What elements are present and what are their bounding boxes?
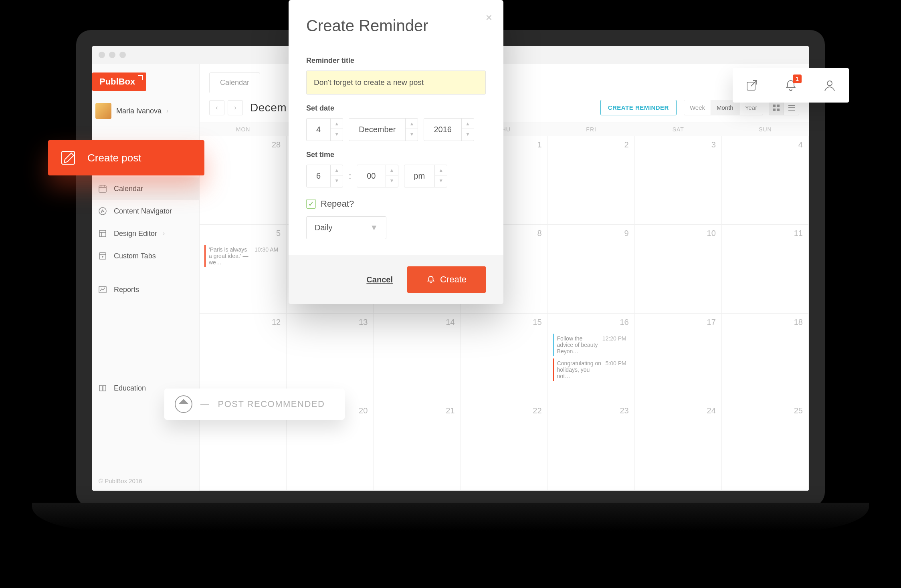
calendar-cell[interactable]: 3 xyxy=(635,136,722,225)
notifications-button[interactable]: 1 xyxy=(782,76,800,95)
calendar-cell[interactable]: 23 xyxy=(548,402,635,491)
next-month-button[interactable]: › xyxy=(228,100,243,115)
chevron-up-icon[interactable]: ▲ xyxy=(386,165,398,175)
event-time: 12:20 PM xyxy=(602,335,626,354)
day-stepper[interactable]: 4 ▲▼ xyxy=(306,118,343,141)
svg-rect-9 xyxy=(777,109,780,111)
sidebar-item-content-navigator[interactable]: Content Navigator xyxy=(92,200,199,222)
day-header: SAT xyxy=(635,123,722,136)
chevron-up-icon[interactable]: ▲ xyxy=(331,165,343,175)
event-text: Follow the advice of beauty Beyon… xyxy=(557,335,599,354)
tab-calendar[interactable]: Calendar xyxy=(209,72,260,93)
calendar-event[interactable]: Congratulating on holidays, you not… 5:0… xyxy=(553,358,630,381)
svg-rect-11 xyxy=(788,107,795,108)
prev-month-button[interactable]: ‹ xyxy=(209,100,224,115)
month-value: December xyxy=(349,119,405,141)
sidebar-item-label: Content Navigator xyxy=(114,207,172,215)
minute-stepper[interactable]: 00 ▲▼ xyxy=(357,165,398,187)
calendar-event[interactable]: Follow the advice of beauty Beyon… 12:20… xyxy=(553,334,630,356)
calendar-cell[interactable]: 14 xyxy=(374,314,461,402)
copyright: © PublBox 2016 xyxy=(92,471,199,491)
chevron-down-icon[interactable]: ▼ xyxy=(331,175,343,186)
calendar-cell[interactable]: 18 xyxy=(722,314,809,402)
bell-icon xyxy=(426,275,435,284)
svg-rect-3 xyxy=(99,230,106,237)
avatar xyxy=(95,103,111,119)
reminder-title-input[interactable] xyxy=(306,70,486,95)
chevron-up-icon[interactable]: ▲ xyxy=(435,165,447,175)
day-value: 4 xyxy=(307,119,330,141)
calendar-cell[interactable]: 4 xyxy=(722,136,809,225)
svg-rect-8 xyxy=(773,109,776,111)
calendar-event[interactable]: 'Paris is always a great idea.' — we… 10… xyxy=(204,245,281,267)
calendar-cell[interactable]: 25 xyxy=(722,402,809,491)
create-button-label: Create xyxy=(440,274,467,285)
month-stepper[interactable]: December ▲▼ xyxy=(349,118,418,141)
time-colon: : xyxy=(349,171,351,181)
open-external-button[interactable] xyxy=(743,76,761,95)
sidebar-item-design-editor[interactable]: Design Editor › xyxy=(92,222,199,245)
brand-logo[interactable]: PublBox xyxy=(92,72,146,91)
create-reminder-button[interactable]: CREATE REMINDER xyxy=(600,100,677,115)
post-recommended-label: POST RECOMMENDED xyxy=(218,399,325,409)
calendar-cell[interactable]: 24 xyxy=(635,402,722,491)
sidebar-item-reports[interactable]: Reports xyxy=(92,278,199,301)
create-post-label: Create post xyxy=(87,152,141,164)
layout-icon xyxy=(97,228,108,239)
window-dot[interactable] xyxy=(99,52,105,58)
cancel-button[interactable]: Cancel xyxy=(366,275,393,284)
chevron-down-icon[interactable]: ▼ xyxy=(386,175,398,186)
chevron-down-icon[interactable]: ▼ xyxy=(406,129,418,139)
compass-icon xyxy=(97,205,108,217)
calendar-cell[interactable]: 5 'Paris is always a great idea.' — we… … xyxy=(200,225,287,313)
create-button[interactable]: Create xyxy=(407,266,486,293)
create-post-button[interactable]: Create post xyxy=(48,140,204,175)
year-stepper[interactable]: 2016 ▲▼ xyxy=(424,118,474,141)
modal-title: Create Reminder xyxy=(306,17,486,35)
user-chip[interactable]: Maria Ivanova › xyxy=(92,91,199,123)
sidebar: PublBox Maria Ivanova › Dashboard Calend… xyxy=(92,64,200,491)
top-icon-bar: 1 xyxy=(733,68,849,103)
svg-rect-13 xyxy=(62,151,75,164)
calendar-cell[interactable]: 11 xyxy=(722,225,809,313)
calendar-cell[interactable]: 16 Follow the advice of beauty Beyon… 12… xyxy=(548,314,635,402)
calendar-cell[interactable]: 9 xyxy=(548,225,635,313)
range-week[interactable]: Week xyxy=(684,100,711,115)
event-text: 'Paris is always a great idea.' — we… xyxy=(209,246,251,266)
chevron-up-icon[interactable]: ▲ xyxy=(406,119,418,129)
sidebar-item-calendar[interactable]: Calendar xyxy=(92,177,199,200)
year-value: 2016 xyxy=(424,119,461,141)
calendar-cell[interactable]: 22 xyxy=(461,402,547,491)
svg-rect-10 xyxy=(788,105,795,106)
calendar-cell[interactable]: 2 xyxy=(548,136,635,225)
chart-icon xyxy=(97,284,108,295)
day-header: SUN xyxy=(722,123,809,136)
close-icon[interactable]: × xyxy=(486,11,492,24)
repeat-value: Daily xyxy=(315,223,332,232)
repeat-checkbox[interactable]: ✓ xyxy=(306,199,316,209)
calendar-cell[interactable]: 10 xyxy=(635,225,722,313)
field-label: Reminder title xyxy=(306,56,486,65)
sidebar-item-label: Custom Tabs xyxy=(114,252,156,260)
sidebar-item-custom-tabs[interactable]: Custom Tabs xyxy=(92,245,199,267)
external-link-icon xyxy=(745,79,758,92)
ampm-stepper[interactable]: pm ▲▼ xyxy=(404,165,448,187)
profile-button[interactable] xyxy=(820,76,839,95)
chevron-down-icon[interactable]: ▼ xyxy=(435,175,447,186)
chevron-down-icon[interactable]: ▼ xyxy=(462,129,474,139)
repeat-select[interactable]: Daily ▼ xyxy=(306,216,386,239)
chevron-down-icon[interactable]: ▼ xyxy=(331,129,343,139)
calendar-cell[interactable]: 28 xyxy=(200,136,287,225)
calendar-cell[interactable]: 17 xyxy=(635,314,722,402)
calendar-cell[interactable]: 21 xyxy=(374,402,461,491)
tabs-icon xyxy=(97,250,108,262)
post-recommended-chip[interactable]: — POST RECOMMENDED xyxy=(164,389,345,420)
window-dot[interactable] xyxy=(109,52,115,58)
window-dot[interactable] xyxy=(119,52,126,58)
hour-stepper[interactable]: 6 ▲▼ xyxy=(306,165,343,187)
calendar-cell[interactable]: 15 xyxy=(461,314,547,402)
chevron-up-icon[interactable]: ▲ xyxy=(331,119,343,129)
nav: Dashboard Calendar Content Navigator Des… xyxy=(92,155,199,399)
chevron-up-icon[interactable]: ▲ xyxy=(462,119,474,129)
calendar-icon xyxy=(97,183,108,194)
